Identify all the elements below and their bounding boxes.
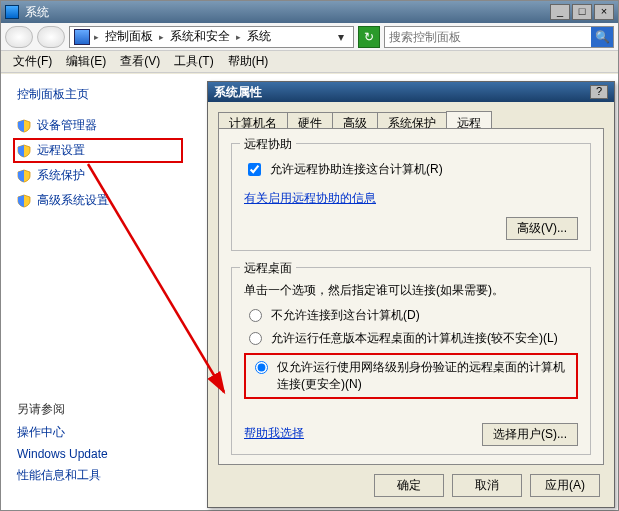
rd-radio-nla[interactable] [255,361,268,374]
see-also-link[interactable]: 性能信息和工具 [17,467,177,484]
search-box: 🔍 [384,26,614,48]
shield-icon [17,144,31,158]
refresh-button[interactable]: ↻ [358,26,380,48]
remote-assistance-advanced-button[interactable]: 高级(V)... [506,217,578,240]
allow-remote-assistance-checkbox[interactable] [248,163,261,176]
group-remote-assistance: 远程协助 允许远程协助连接这台计算机(R) 有关启用远程协助的信息 高级(V).… [231,143,591,251]
apply-button[interactable]: 应用(A) [530,474,600,497]
ok-button[interactable]: 确定 [374,474,444,497]
window-titlebar: 系统 _ □ × [1,1,618,23]
group-remote-desktop: 远程桌面 单击一个选项，然后指定谁可以连接(如果需要)。 不允许连接到这台计算机… [231,267,591,455]
breadcrumb[interactable]: ▸ 控制面板 ▸ 系统和安全 ▸ 系统 ▾ [69,26,354,48]
group-legend: 远程协助 [240,136,296,153]
rd-option-deny[interactable]: 不允许连接到这台计算机(D) [244,307,578,324]
rd-option-nla[interactable]: 仅允许运行使用网络级别身份验证的远程桌面的计算机连接(更安全)(N) [250,359,572,393]
dialog-titlebar: 系统属性 ? [208,82,614,102]
maximize-button[interactable]: □ [572,4,592,20]
nav-back-button[interactable] [5,26,33,48]
remote-assistance-info-link[interactable]: 有关启用远程协助的信息 [244,190,376,207]
radio-label: 不允许连接到这台计算机(D) [271,307,420,324]
menu-help[interactable]: 帮助(H) [222,51,275,72]
chevron-right-icon: ▸ [94,32,99,42]
shield-icon [17,194,31,208]
breadcrumb-segment[interactable]: 系统和安全 [168,28,232,45]
breadcrumb-icon [74,29,90,45]
rd-radio-deny[interactable] [249,309,262,322]
dialog-title: 系统属性 [214,84,590,101]
sidebar-item-label: 系统保护 [37,167,85,184]
search-icon[interactable]: 🔍 [591,27,613,47]
sidebar-header[interactable]: 控制面板主页 [13,86,183,103]
select-users-button[interactable]: 选择用户(S)... [482,423,578,446]
see-also-header: 另请参阅 [17,401,177,418]
rd-option-any-version[interactable]: 允许运行任意版本远程桌面的计算机连接(较不安全)(L) [244,330,578,347]
breadcrumb-dropdown[interactable]: ▾ [333,30,349,44]
see-also-link[interactable]: Windows Update [17,447,177,461]
chevron-right-icon: ▸ [159,32,164,42]
sidebar-item-device-manager[interactable]: 设备管理器 [13,113,183,138]
shield-icon [17,169,31,183]
group-legend: 远程桌面 [240,260,296,277]
dialog-help-button[interactable]: ? [590,85,608,99]
shield-icon [17,119,31,133]
see-also-section: 另请参阅 操作中心 Windows Update 性能信息和工具 [17,401,177,490]
minimize-button[interactable]: _ [550,4,570,20]
menu-tools[interactable]: 工具(T) [168,51,219,72]
checkbox-label: 允许远程协助连接这台计算机(R) [270,161,443,178]
radio-label: 仅允许运行使用网络级别身份验证的远程桌面的计算机连接(更安全)(N) [277,359,572,393]
search-input[interactable] [385,30,591,44]
sidebar-item-remote-settings[interactable]: 远程设置 [13,138,183,163]
close-button[interactable]: × [594,4,614,20]
cancel-button[interactable]: 取消 [452,474,522,497]
navigation-toolbar: ▸ 控制面板 ▸ 系统和安全 ▸ 系统 ▾ ↻ 🔍 [1,23,618,51]
window-title: 系统 [25,4,550,21]
highlighted-option: 仅允许运行使用网络级别身份验证的远程桌面的计算机连接(更安全)(N) [244,353,578,399]
radio-label: 允许运行任意版本远程桌面的计算机连接(较不安全)(L) [271,330,558,347]
sidebar-item-label: 远程设置 [37,142,85,159]
tab-panel-remote: 远程协助 允许远程协助连接这台计算机(R) 有关启用远程协助的信息 高级(V).… [218,128,604,465]
menu-view[interactable]: 查看(V) [114,51,166,72]
sidebar-item-label: 高级系统设置 [37,192,109,209]
dialog-button-row: 确定 取消 应用(A) [374,474,600,497]
system-icon [5,5,19,19]
see-also-link[interactable]: 操作中心 [17,424,177,441]
chevron-right-icon: ▸ [236,32,241,42]
remote-desktop-instruction: 单击一个选项，然后指定谁可以连接(如果需要)。 [244,282,578,299]
system-properties-dialog: 系统属性 ? 计算机名 硬件 高级 系统保护 远程 远程协助 允许远程协助连接这… [207,81,615,508]
sidebar: 控制面板主页 设备管理器 远程设置 系统保护 高级系统设置 [13,86,183,213]
help-me-choose-link[interactable]: 帮助我选择 [244,425,304,442]
nav-forward-button[interactable] [37,26,65,48]
menu-bar: 文件(F) 编辑(E) 查看(V) 工具(T) 帮助(H) [1,51,618,73]
sidebar-item-advanced-settings[interactable]: 高级系统设置 [13,188,183,213]
menu-edit[interactable]: 编辑(E) [60,51,112,72]
sidebar-item-system-protection[interactable]: 系统保护 [13,163,183,188]
menu-file[interactable]: 文件(F) [7,51,58,72]
breadcrumb-segment[interactable]: 系统 [245,28,273,45]
sidebar-item-label: 设备管理器 [37,117,97,134]
rd-radio-any[interactable] [249,332,262,345]
breadcrumb-segment[interactable]: 控制面板 [103,28,155,45]
